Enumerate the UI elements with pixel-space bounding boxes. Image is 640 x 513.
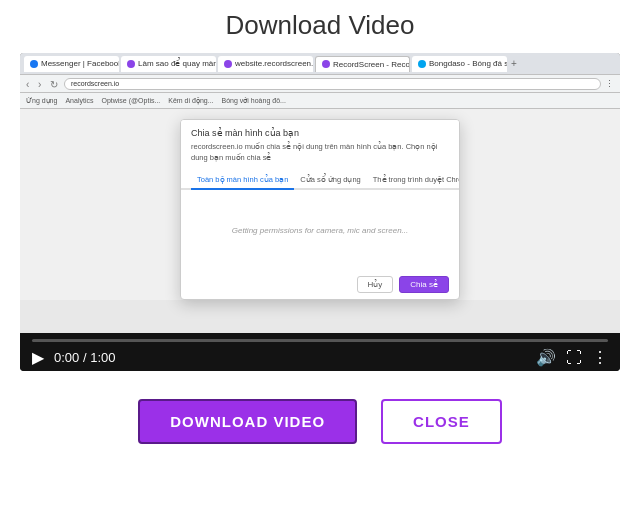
page-title: Download Video (226, 10, 415, 41)
share-screen-dialog: Chia sẻ màn hình của bạn recordscreen.io… (180, 119, 460, 300)
tab-label-messenger: Messenger | Facebook (41, 59, 119, 68)
tab-lam-sao[interactable]: Làm sao để quay màn hình m... × (121, 56, 216, 72)
bookmark-kem[interactable]: Kêm di động... (168, 97, 213, 105)
tab-recordscreen[interactable]: RecordScreen - Record you... × (315, 56, 410, 72)
new-tab-button[interactable]: + (511, 58, 517, 69)
tab-messenger[interactable]: Messenger | Facebook × (24, 56, 119, 72)
controls-row: ▶ 0:00 / 1:00 🔊 ⛶ ⋮ (32, 348, 608, 367)
bookmarks-bar: Ứng dụng Analytics Optwise (@Optis... Kê… (20, 93, 620, 109)
bookmark-bong[interactable]: Bóng với hoàng đô... (222, 97, 286, 105)
tab-label-lamsao: Làm sao để quay màn hình m... (138, 59, 216, 68)
tab-favicon-bongdaso (418, 60, 426, 68)
browser-tab-bar: Messenger | Facebook × Làm sao để quay m… (20, 53, 620, 75)
tab-favicon-website (224, 60, 232, 68)
controls-right: 🔊 ⛶ ⋮ (536, 348, 608, 367)
dialog-tab-fullscreen[interactable]: Toàn bộ màn hình của bạn (191, 171, 294, 190)
controls-left: ▶ 0:00 / 1:00 (32, 348, 115, 367)
dialog-cancel-button[interactable]: Hủy (357, 276, 394, 293)
address-bar-row: ‹ › ↻ recordscreen.io ⋮ (20, 75, 620, 93)
tab-favicon-recordscreen (322, 60, 330, 68)
back-button[interactable]: ‹ (26, 79, 36, 89)
tab-label-website: website.recordscreen.io - Trư... (235, 59, 313, 68)
browser-screenshot: Messenger | Facebook × Làm sao để quay m… (20, 53, 620, 333)
url-text: recordscreen.io (71, 80, 119, 87)
forward-button[interactable]: › (38, 79, 48, 89)
tab-label-bongdaso: Bongdaso - Bóng đá số - Cho... (429, 59, 507, 68)
download-video-button[interactable]: DOWNLOAD VIDEO (138, 399, 357, 444)
bookmark-apps[interactable]: Ứng dụng (26, 97, 57, 105)
dialog-share-button[interactable]: Chia sẻ (399, 276, 449, 293)
dialog-body: Getting permissions for camera, mic and … (181, 190, 459, 270)
refresh-button[interactable]: ↻ (50, 79, 60, 89)
dialog-tabs: Toàn bộ màn hình của bạn Cửa sổ ứng dụng… (181, 171, 459, 190)
bookmark-optwise[interactable]: Optwise (@Optis... (101, 97, 160, 104)
action-buttons: DOWNLOAD VIDEO CLOSE (138, 399, 502, 444)
browser-menu-button[interactable]: ⋮ (605, 79, 614, 89)
bookmark-analytics[interactable]: Analytics (65, 97, 93, 104)
current-time: 0:00 (54, 350, 79, 365)
close-button[interactable]: CLOSE (381, 399, 502, 444)
tab-bongdaso[interactable]: Bongdaso - Bóng đá số - Cho... × (412, 56, 507, 72)
progress-bar[interactable] (32, 339, 608, 342)
dialog-body-text: Getting permissions for camera, mic and … (232, 226, 409, 235)
fullscreen-icon[interactable]: ⛶ (566, 349, 582, 367)
browser-content: Chia sẻ màn hình của bạn recordscreen.io… (20, 109, 620, 300)
dialog-tab-chrome[interactable]: Thẻ trong trình duyệt Chrome (367, 171, 460, 188)
tab-website[interactable]: website.recordscreen.io - Trư... × (218, 56, 313, 72)
tab-favicon-messenger (30, 60, 38, 68)
tab-favicon-lamsao (127, 60, 135, 68)
tab-label-recordscreen: RecordScreen - Record you... (333, 60, 410, 69)
dialog-title: Chia sẻ màn hình của bạn (181, 120, 459, 138)
play-button[interactable]: ▶ (32, 348, 44, 367)
time-display: 0:00 / 1:00 (54, 350, 115, 365)
dialog-tab-window[interactable]: Cửa sổ ứng dụng (294, 171, 366, 188)
volume-icon[interactable]: 🔊 (536, 348, 556, 367)
total-time: 1:00 (90, 350, 115, 365)
video-player: Messenger | Facebook × Làm sao để quay m… (20, 53, 620, 371)
dialog-subtext: recordscreen.io muốn chia sẻ nội dung tr… (181, 138, 459, 167)
video-controls-bar: ▶ 0:00 / 1:00 🔊 ⛶ ⋮ (20, 333, 620, 371)
address-bar[interactable]: recordscreen.io (64, 78, 601, 90)
more-options-icon[interactable]: ⋮ (592, 348, 608, 367)
dialog-footer: Hủy Chia sẻ (181, 270, 459, 299)
